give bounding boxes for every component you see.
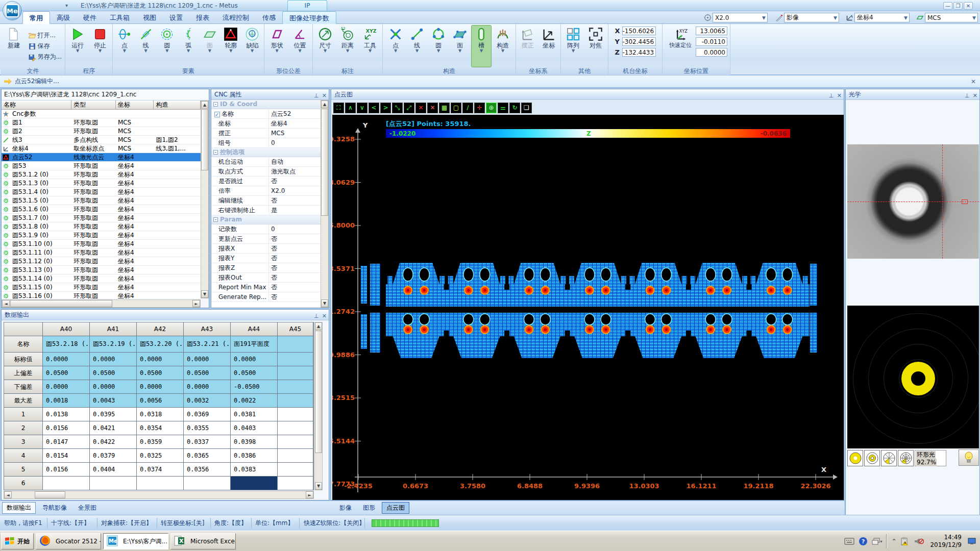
button-停止[interactable]: 停止▼ (89, 25, 111, 67)
tree-row-圆53[interactable]: 圆53环形取圆坐标4 (2, 162, 201, 170)
show-desktop-icon[interactable] (968, 537, 977, 545)
taskbar-app-2[interactable]: XMicrosoft Excel ... (170, 533, 236, 549)
tree-row-圆53.1.5 (0)[interactable]: 圆53.1.5 (0)环形取圆坐标4 (2, 196, 201, 205)
data-cell[interactable]: -0.0500 (231, 380, 278, 393)
data-cell[interactable]: 0.0369 (184, 408, 231, 421)
cnc-value[interactable]: 是 (268, 206, 321, 215)
data-cell[interactable]: 0.0374 (137, 463, 184, 476)
tree-row-圆53.1.13 (0)[interactable]: 圆53.1.13 (0)环形取圆坐标4 (2, 266, 201, 274)
tree-row-点云52[interactable]: 点云52线激光点云坐标4 (2, 153, 201, 162)
scroll-thumb[interactable] (10, 300, 112, 307)
data-cell[interactable] (278, 435, 313, 448)
tree-vertical-scrollbar[interactable]: ▲ ▼ (201, 101, 209, 298)
data-cell[interactable] (137, 477, 184, 490)
data-cell[interactable]: 0.0000 (90, 353, 137, 366)
data-cell[interactable]: 0.0500 (137, 366, 184, 380)
collapse-icon[interactable]: - (213, 217, 218, 222)
button-另存为...[interactable]: 另存为... (26, 52, 64, 62)
data-cell[interactable]: 圆53.2.18 (... (43, 336, 90, 352)
scroll-thumb[interactable] (321, 109, 328, 216)
scroll-right-arrow[interactable]: ► (306, 491, 313, 498)
cnc-row-记录数[interactable]: 记录数0 (211, 224, 321, 234)
data-row-label[interactable]: 3 (4, 435, 43, 448)
data-cell[interactable] (90, 477, 137, 490)
data-cell[interactable]: 0.0500 (184, 366, 231, 380)
tree-row-圆53.1.3 (0)[interactable]: 圆53.1.3 (0)环形取圆坐标4 (2, 179, 201, 188)
data-cell[interactable]: 0.0138 (43, 408, 90, 421)
data-column-header-A42[interactable]: A42 (137, 322, 184, 336)
data-cell[interactable]: 面191平面度 (231, 336, 278, 352)
coord-value[interactable]: 0.0000 (696, 48, 727, 57)
cnc-row-取点方式[interactable]: 取点方式激光取点 (211, 167, 321, 177)
tree-row-圆53.1.10 (0)[interactable]: 圆53.1.10 (0)环形取圆坐标4 (2, 240, 201, 248)
collapse-icon[interactable]: - (213, 102, 218, 107)
view-cube-icon[interactable]: ❏ (521, 103, 532, 113)
close-icon[interactable]: ✕ (322, 311, 327, 321)
tab-常用[interactable]: 常用 (22, 11, 50, 24)
data-cell[interactable]: 0.0000 (184, 380, 231, 393)
scroll-thumb[interactable] (315, 331, 322, 453)
tree-column-header-类型[interactable]: 类型 (71, 101, 116, 110)
axis-value[interactable]: -132.4433 (622, 48, 656, 57)
tab-数据输出[interactable]: 数据输出 (2, 502, 36, 514)
data-horizontal-scrollbar[interactable]: ◄ ► (4, 491, 314, 499)
data-cell[interactable] (231, 477, 278, 490)
full-ring-light-button[interactable] (847, 450, 863, 466)
button-面[interactable]: 面▼ (200, 25, 220, 67)
tree-row-圆53.1.15 (0)[interactable]: 圆53.1.15 (0)环形取圆坐标4 (2, 283, 201, 292)
speaker-muted-icon[interactable] (914, 537, 924, 545)
data-cell[interactable]: 0.0395 (90, 408, 137, 421)
window-layout-icon[interactable]: ▾ (872, 538, 882, 545)
multi-ring-wheel-light-button[interactable] (898, 450, 914, 466)
button-距离[interactable]: 距离▼ (337, 25, 358, 67)
scroll-down-arrow[interactable]: ▼ (201, 290, 208, 298)
tree-row-圆53.1.7 (0)[interactable]: 圆53.1.7 (0)环形取圆坐标4 (2, 214, 201, 222)
data-cell[interactable]: 圆53.2.21 (... (184, 336, 231, 352)
scroll-up-arrow[interactable]: ▲ (315, 322, 322, 330)
data-cell[interactable]: 0.0000 (137, 353, 184, 366)
coord-value[interactable]: 13.0065 (696, 27, 727, 35)
sector-wheel-light-button[interactable] (881, 450, 897, 466)
data-vertical-scrollbar[interactable]: ▲ ▼ (314, 322, 323, 490)
cnc-value[interactable]: 否 (268, 244, 321, 253)
data-cell[interactable]: 0.0398 (231, 435, 278, 448)
data-column-header-rowlabel[interactable] (4, 322, 43, 336)
tab-流程控制[interactable]: 流程控制 (216, 11, 256, 24)
locate-point-icon[interactable]: ✛ (474, 103, 485, 113)
tree-row-线3[interactable]: 线3多点构线MCS圆1,圆2 (2, 136, 201, 144)
cnc-row-是否跳过[interactable]: 是否跳过否 (211, 177, 321, 186)
data-cell[interactable]: 0.0000 (43, 353, 90, 366)
select-box-icon[interactable]: ▦ (439, 103, 450, 113)
button-阵列[interactable]: 阵列▼ (562, 25, 584, 67)
data-cell[interactable] (278, 408, 313, 421)
data-cell[interactable]: 0.0421 (90, 421, 137, 435)
data-cell[interactable]: 0.0156 (43, 463, 90, 476)
tray-expand-icon[interactable]: ⌃ (891, 538, 896, 545)
data-cell[interactable] (278, 380, 313, 393)
button-弧[interactable]: 弧▼ (178, 25, 199, 67)
tab-高级[interactable]: 高级 (50, 11, 77, 24)
data-row-label[interactable]: 最大差 (4, 394, 43, 407)
tree-column-header-坐标[interactable]: 坐标 (116, 101, 154, 110)
cnc-row-右键强制终止[interactable]: 右键强制终止是 (211, 206, 321, 215)
pin-icon[interactable] (314, 91, 319, 97)
pin-icon[interactable] (965, 91, 970, 97)
scroll-thumb[interactable] (201, 109, 208, 170)
button-形状[interactable]: 形状▼ (266, 25, 288, 67)
tree-row-圆53.1.9 (0)[interactable]: 圆53.1.9 (0)环形取圆坐标4 (2, 231, 201, 240)
scroll-down-arrow[interactable]: ▼ (315, 482, 322, 490)
data-cell[interactable]: 0.0000 (184, 353, 231, 366)
scroll-up-arrow[interactable]: ▲ (321, 101, 328, 108)
cnc-row-机台运动[interactable]: 机台运动自动 (211, 157, 321, 167)
data-row-label[interactable]: 标称值 (4, 353, 43, 366)
data-cell[interactable]: 0.0325 (137, 449, 184, 462)
cnc-value[interactable]: 自动 (268, 157, 321, 166)
tree-row-圆53.1.11 (0)[interactable]: 圆53.1.11 (0)环形取圆坐标4 (2, 248, 201, 257)
quick-access-arrow-icon[interactable]: ▾ (65, 3, 68, 8)
scroll-left-arrow[interactable]: ◄ (2, 300, 10, 307)
tree-row-圆2[interactable]: 圆2环形取圆MCS (2, 127, 201, 136)
cnc-value[interactable]: 坐标4 (268, 119, 321, 128)
data-cell[interactable]: 0.0422 (90, 435, 137, 448)
scroll-thumb[interactable] (35, 491, 65, 498)
measure-icon[interactable]: ∕ (462, 103, 473, 113)
